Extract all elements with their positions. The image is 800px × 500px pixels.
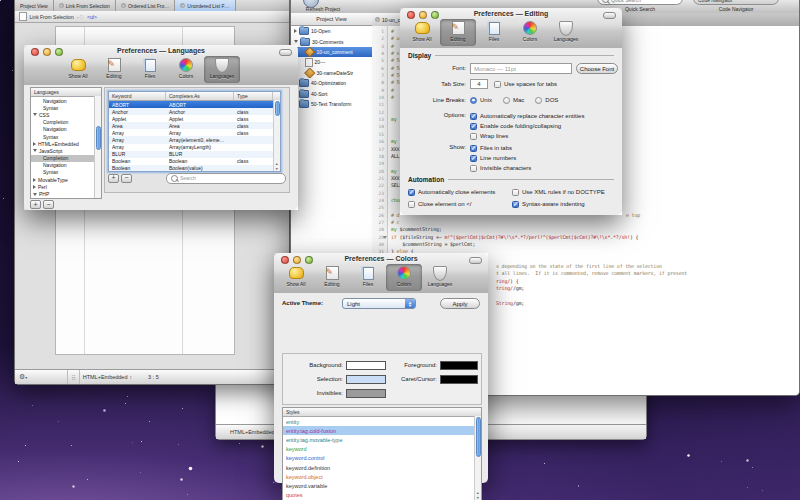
zoom-button[interactable]: [431, 11, 439, 19]
automation-checkbox-row[interactable]: Close element on </: [408, 199, 512, 209]
sidebar-scrollbar[interactable]: [94, 96, 101, 198]
minimize-button[interactable]: [293, 256, 301, 264]
style-list-item[interactable]: keyword.variable: [283, 481, 481, 490]
file-tree-item[interactable]: 30-nameDateStr: [291, 68, 372, 78]
checkbox-icon[interactable]: [470, 113, 477, 120]
language-sidebar-item[interactable]: Completion: [31, 155, 101, 162]
scrollbar-thumb[interactable]: [275, 101, 280, 116]
language-sidebar-item[interactable]: JavaScript: [31, 147, 101, 154]
disclosure-triangle-icon[interactable]: [33, 113, 37, 116]
add-language-button[interactable]: +: [30, 200, 41, 209]
toolbar-item-editing[interactable]: Editing: [314, 264, 350, 291]
language-sidebar-item[interactable]: Syntax: [31, 169, 101, 176]
keyword-table-row[interactable]: BLURBLUR: [109, 151, 280, 158]
close-button[interactable]: [281, 256, 289, 264]
style-list-item[interactable]: keyword.object: [283, 472, 481, 481]
keyword-table-row[interactable]: ArrayArrayclass: [109, 129, 280, 136]
editor-tab[interactable]: ×Unordered List F…: [175, 0, 235, 11]
style-list-item[interactable]: keyword.control: [283, 454, 481, 463]
style-list-item[interactable]: quotes: [283, 491, 481, 500]
code-fold-arrow-icon[interactable]: [383, 236, 387, 239]
file-tree-item[interactable]: 10-un_comment: [291, 47, 372, 57]
scroll-up-arrow-icon[interactable]: ▲: [275, 162, 278, 166]
choose-font-button[interactable]: Choose Font: [576, 63, 618, 74]
toolbar-toggle-button[interactable]: [469, 257, 482, 264]
checkbox-icon[interactable]: [470, 133, 477, 140]
style-list-item[interactable]: entity: [283, 417, 481, 426]
zoom-button[interactable]: [55, 48, 63, 56]
checkbox-row[interactable]: Line numbers: [470, 153, 531, 163]
checkbox-row[interactable]: Enable code folding/collapsing: [470, 121, 584, 131]
checkbox-icon[interactable]: [512, 189, 519, 196]
keyword-table-row[interactable]: BooleanBoolean(value): [109, 165, 280, 172]
language-sidebar-item[interactable]: Syntax: [31, 104, 101, 111]
language-sidebar-item[interactable]: PHP: [31, 190, 101, 197]
disclosure-triangle-icon[interactable]: [33, 178, 36, 182]
file-tree-item[interactable]: 10-Open: [291, 26, 372, 36]
language-popup[interactable]: HTML+Embedded: [230, 429, 275, 435]
language-sidebar-item[interactable]: Navigation: [31, 126, 101, 133]
remove-language-button[interactable]: −: [43, 200, 54, 209]
style-list-item[interactable]: entity.tag.movable-type: [283, 435, 481, 444]
scrollbar-thumb[interactable]: [96, 126, 101, 150]
keyword-table-row[interactable]: BooleanBooleanclass: [109, 158, 280, 165]
disclosure-triangle-icon[interactable]: [33, 142, 36, 146]
toolbar-item-files[interactable]: Files: [476, 19, 512, 46]
zoom-button[interactable]: [305, 256, 313, 264]
keyword-table-row[interactable]: AreaAreaclass: [109, 122, 280, 129]
style-list-item[interactable]: keyword: [283, 445, 481, 454]
theme-popup[interactable]: Light ▲▼: [342, 298, 416, 309]
file-tree-item[interactable]: 40-Optimization: [291, 78, 372, 88]
checkbox-icon[interactable]: [408, 201, 415, 208]
scroll-down-arrow-icon[interactable]: ▼: [476, 496, 479, 500]
scrollbar-thumb[interactable]: [476, 417, 481, 457]
add-keyword-button[interactable]: +: [108, 174, 119, 183]
radio-icon[interactable]: [470, 97, 477, 104]
toolbar-item-show-all[interactable]: Show All: [404, 19, 440, 46]
automation-checkbox-row[interactable]: Use XML rules if no DOCTYPE: [512, 187, 616, 197]
keyword-table-row[interactable]: AppletAppletclass: [109, 115, 280, 122]
keyword-table-row[interactable]: AnchorAnchorclass: [109, 108, 280, 115]
editor-tab[interactable]: ×Ordered List Fro…: [116, 0, 175, 11]
checkbox-row[interactable]: Invisible characters: [470, 163, 531, 173]
file-tree-item[interactable]: 40-Sort: [291, 88, 372, 98]
toolbar-item-colors[interactable]: Colors: [512, 19, 548, 46]
apply-button[interactable]: Apply: [440, 298, 480, 309]
line-break-radio-mac[interactable]: Mac: [503, 95, 524, 105]
file-tree-item[interactable]: 30-Comments: [291, 36, 372, 46]
language-sidebar-item[interactable]: Navigation: [31, 97, 101, 104]
toolbar-item-show-all[interactable]: Show All: [60, 56, 96, 83]
checkbox-icon[interactable]: [470, 165, 477, 172]
radio-icon[interactable]: [535, 97, 542, 104]
checkbox-icon[interactable]: [470, 123, 477, 130]
language-sidebar-item[interactable]: Completion: [31, 119, 101, 126]
automation-checkbox-row[interactable]: Syntax-aware indenting: [512, 199, 616, 209]
caret-cursor-swatch[interactable]: [440, 375, 478, 384]
language-sidebar-item[interactable]: Perl: [31, 183, 101, 190]
line-break-radio-dos[interactable]: DOS: [535, 95, 558, 105]
column-header-completes-as[interactable]: Completes As: [166, 92, 234, 100]
column-header-type[interactable]: Type: [234, 92, 273, 100]
checkbox-row[interactable]: Automatically replace character entities: [470, 111, 584, 121]
toolbar-item-colors[interactable]: Colors: [168, 56, 204, 83]
checkbox-icon[interactable]: [470, 145, 477, 152]
toolbar-item-colors[interactable]: Colors: [386, 264, 422, 291]
background-swatch[interactable]: [346, 361, 386, 370]
snippet-tab-label[interactable]: Link From Selection: [30, 14, 74, 20]
close-tab-icon[interactable]: ×: [121, 3, 126, 8]
editor-tab[interactable]: Project View: [15, 0, 54, 11]
selection-swatch[interactable]: [346, 375, 386, 384]
checkbox-icon[interactable]: [408, 189, 415, 196]
checkbox-row[interactable]: Wrap lines: [470, 131, 584, 141]
minimize-button[interactable]: [43, 48, 51, 56]
toolbar-toggle-button[interactable]: [279, 49, 292, 56]
toolbar-item-languages[interactable]: Languages: [548, 19, 584, 46]
disclosure-triangle-icon[interactable]: [294, 40, 298, 43]
close-button[interactable]: [31, 48, 39, 56]
disclosure-triangle-icon[interactable]: [294, 29, 297, 33]
language-sidebar-item[interactable]: Navigation: [31, 162, 101, 169]
toolbar-item-editing[interactable]: Editing: [96, 56, 132, 83]
code-navigator-button[interactable]: Code Navigator: [693, 0, 779, 5]
disclosure-triangle-icon[interactable]: [33, 193, 37, 196]
close-tab-icon[interactable]: ×: [375, 17, 380, 22]
